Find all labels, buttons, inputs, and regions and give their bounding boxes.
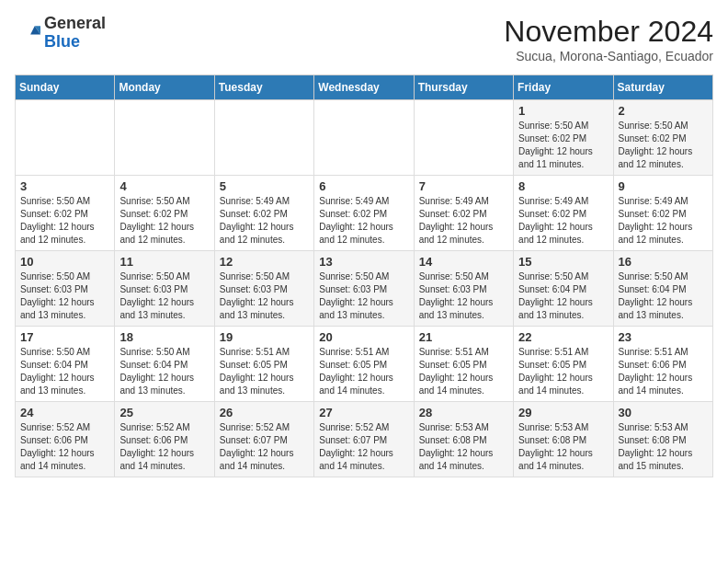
day-info: Sunrise: 5:50 AM Sunset: 6:03 PM Dayligh… [319, 270, 408, 322]
calendar-cell: 2Sunrise: 5:50 AM Sunset: 6:02 PM Daylig… [613, 100, 712, 176]
day-info: Sunrise: 5:51 AM Sunset: 6:05 PM Dayligh… [319, 346, 408, 397]
day-info: Sunrise: 5:51 AM Sunset: 6:05 PM Dayligh… [419, 346, 508, 397]
calendar-cell: 23Sunrise: 5:51 AM Sunset: 6:06 PM Dayli… [613, 327, 712, 402]
calendar-cell: 21Sunrise: 5:51 AM Sunset: 6:05 PM Dayli… [414, 327, 513, 402]
calendar-week-row: 1Sunrise: 5:50 AM Sunset: 6:02 PM Daylig… [16, 100, 713, 176]
logo-text: General Blue [44, 15, 106, 52]
day-number: 10 [20, 255, 109, 269]
day-number: 23 [619, 330, 708, 344]
calendar-cell: 13Sunrise: 5:50 AM Sunset: 6:03 PM Dayli… [314, 251, 414, 327]
calendar-body: 1Sunrise: 5:50 AM Sunset: 6:02 PM Daylig… [16, 100, 713, 477]
day-number: 8 [518, 179, 608, 193]
calendar-cell [314, 100, 414, 176]
weekday-header: Wednesday [314, 75, 414, 100]
day-info: Sunrise: 5:50 AM Sunset: 6:03 PM Dayligh… [119, 270, 209, 322]
day-info: Sunrise: 5:49 AM Sunset: 6:02 PM Dayligh… [220, 195, 309, 247]
day-info: Sunrise: 5:50 AM Sunset: 6:03 PM Dayligh… [419, 270, 508, 322]
day-number: 16 [619, 255, 708, 269]
day-info: Sunrise: 5:50 AM Sunset: 6:02 PM Dayligh… [119, 195, 209, 247]
logo: General Blue [15, 15, 106, 52]
calendar-cell [414, 100, 513, 176]
day-number: 28 [419, 406, 508, 419]
day-number: 13 [319, 255, 408, 269]
day-info: Sunrise: 5:52 AM Sunset: 6:06 PM Dayligh… [119, 421, 209, 473]
day-info: Sunrise: 5:50 AM Sunset: 6:02 PM Dayligh… [619, 120, 708, 171]
day-info: Sunrise: 5:49 AM Sunset: 6:02 PM Dayligh… [619, 195, 708, 247]
day-number: 3 [20, 179, 109, 193]
day-info: Sunrise: 5:52 AM Sunset: 6:07 PM Dayligh… [319, 421, 408, 473]
calendar-cell: 6Sunrise: 5:49 AM Sunset: 6:02 PM Daylig… [314, 176, 414, 251]
day-info: Sunrise: 5:51 AM Sunset: 6:06 PM Dayligh… [619, 346, 708, 397]
calendar-cell: 4Sunrise: 5:50 AM Sunset: 6:02 PM Daylig… [115, 176, 214, 251]
day-number: 27 [319, 406, 408, 419]
calendar-week-row: 17Sunrise: 5:50 AM Sunset: 6:04 PM Dayli… [16, 327, 713, 402]
calendar-week-row: 24Sunrise: 5:52 AM Sunset: 6:06 PM Dayli… [16, 402, 713, 477]
day-info: Sunrise: 5:50 AM Sunset: 6:03 PM Dayligh… [20, 270, 109, 322]
calendar-cell: 5Sunrise: 5:49 AM Sunset: 6:02 PM Daylig… [214, 176, 313, 251]
title-area: November 2024 Sucua, Morona-Santiago, Ec… [504, 15, 713, 63]
day-number: 17 [20, 330, 109, 344]
day-number: 9 [619, 179, 708, 193]
day-info: Sunrise: 5:50 AM Sunset: 6:02 PM Dayligh… [518, 120, 608, 171]
weekday-header: Saturday [613, 75, 712, 100]
day-number: 12 [220, 255, 309, 269]
logo-general: General [44, 15, 106, 33]
logo-blue: Blue [44, 33, 106, 52]
day-number: 30 [619, 406, 708, 419]
weekday-header: Thursday [414, 75, 513, 100]
month-title: November 2024 [504, 15, 713, 49]
calendar-cell: 29Sunrise: 5:53 AM Sunset: 6:08 PM Dayli… [514, 402, 613, 477]
calendar-week-row: 10Sunrise: 5:50 AM Sunset: 6:03 PM Dayli… [16, 251, 713, 327]
calendar-week-row: 3Sunrise: 5:50 AM Sunset: 6:02 PM Daylig… [16, 176, 713, 251]
day-number: 22 [518, 330, 608, 344]
day-number: 29 [518, 406, 608, 419]
day-info: Sunrise: 5:50 AM Sunset: 6:04 PM Dayligh… [119, 346, 209, 397]
weekday-header: Sunday [16, 75, 115, 100]
calendar-cell: 30Sunrise: 5:53 AM Sunset: 6:08 PM Dayli… [613, 402, 712, 477]
day-number: 7 [419, 179, 508, 193]
weekday-header: Monday [115, 75, 214, 100]
day-number: 21 [419, 330, 508, 344]
day-number: 2 [619, 104, 708, 118]
day-number: 6 [319, 179, 408, 193]
calendar-cell: 12Sunrise: 5:50 AM Sunset: 6:03 PM Dayli… [214, 251, 313, 327]
day-info: Sunrise: 5:53 AM Sunset: 6:08 PM Dayligh… [419, 421, 508, 473]
calendar-cell: 28Sunrise: 5:53 AM Sunset: 6:08 PM Dayli… [414, 402, 513, 477]
day-number: 11 [119, 255, 209, 269]
calendar-cell: 15Sunrise: 5:50 AM Sunset: 6:04 PM Dayli… [514, 251, 613, 327]
day-info: Sunrise: 5:50 AM Sunset: 6:04 PM Dayligh… [518, 270, 608, 322]
day-info: Sunrise: 5:49 AM Sunset: 6:02 PM Dayligh… [518, 195, 608, 247]
calendar-cell: 19Sunrise: 5:51 AM Sunset: 6:05 PM Dayli… [214, 327, 313, 402]
day-number: 14 [419, 255, 508, 269]
calendar-cell: 22Sunrise: 5:51 AM Sunset: 6:05 PM Dayli… [514, 327, 613, 402]
calendar-header: SundayMondayTuesdayWednesdayThursdayFrid… [16, 75, 713, 100]
day-info: Sunrise: 5:51 AM Sunset: 6:05 PM Dayligh… [518, 346, 608, 397]
day-number: 25 [119, 406, 209, 419]
day-info: Sunrise: 5:51 AM Sunset: 6:05 PM Dayligh… [220, 346, 309, 397]
calendar-cell: 20Sunrise: 5:51 AM Sunset: 6:05 PM Dayli… [314, 327, 414, 402]
day-info: Sunrise: 5:53 AM Sunset: 6:08 PM Dayligh… [619, 421, 708, 473]
calendar-cell: 1Sunrise: 5:50 AM Sunset: 6:02 PM Daylig… [514, 100, 613, 176]
calendar-cell: 27Sunrise: 5:52 AM Sunset: 6:07 PM Dayli… [314, 402, 414, 477]
day-number: 20 [319, 330, 408, 344]
calendar-cell: 9Sunrise: 5:49 AM Sunset: 6:02 PM Daylig… [613, 176, 712, 251]
calendar-cell: 17Sunrise: 5:50 AM Sunset: 6:04 PM Dayli… [16, 327, 115, 402]
weekday-header: Friday [514, 75, 613, 100]
calendar-cell: 16Sunrise: 5:50 AM Sunset: 6:04 PM Dayli… [613, 251, 712, 327]
calendar-cell: 3Sunrise: 5:50 AM Sunset: 6:02 PM Daylig… [16, 176, 115, 251]
calendar-cell [16, 100, 115, 176]
day-info: Sunrise: 5:53 AM Sunset: 6:08 PM Dayligh… [518, 421, 608, 473]
calendar-table: SundayMondayTuesdayWednesdayThursdayFrid… [15, 75, 713, 477]
day-info: Sunrise: 5:49 AM Sunset: 6:02 PM Dayligh… [419, 195, 508, 247]
calendar-cell: 8Sunrise: 5:49 AM Sunset: 6:02 PM Daylig… [514, 176, 613, 251]
subtitle: Sucua, Morona-Santiago, Ecuador [504, 49, 713, 63]
day-number: 18 [119, 330, 209, 344]
day-info: Sunrise: 5:50 AM Sunset: 6:04 PM Dayligh… [619, 270, 708, 322]
calendar-cell [214, 100, 313, 176]
calendar-cell: 7Sunrise: 5:49 AM Sunset: 6:02 PM Daylig… [414, 176, 513, 251]
calendar-cell: 14Sunrise: 5:50 AM Sunset: 6:03 PM Dayli… [414, 251, 513, 327]
weekday-header: Tuesday [214, 75, 313, 100]
calendar-cell [115, 100, 214, 176]
calendar-cell: 25Sunrise: 5:52 AM Sunset: 6:06 PM Dayli… [115, 402, 214, 477]
calendar-cell: 18Sunrise: 5:50 AM Sunset: 6:04 PM Dayli… [115, 327, 214, 402]
